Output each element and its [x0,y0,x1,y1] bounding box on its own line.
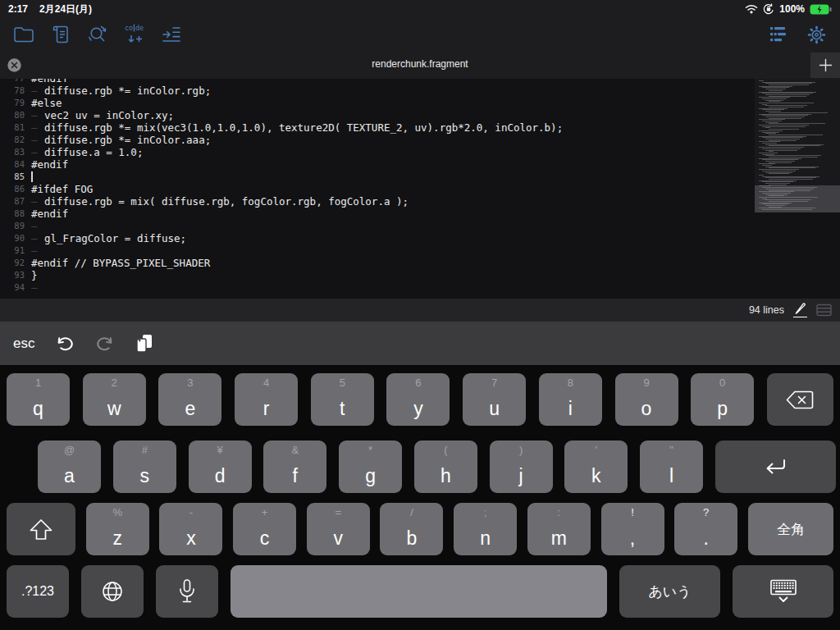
line-number: 87 [0,195,25,208]
tab-marker: ‒ [31,232,44,244]
code-text[interactable]: ‒diffuse.rgb *= inColor.aaa; [31,134,211,146]
code-text[interactable]: ‒ [31,244,44,257]
return-key[interactable] [715,441,836,493]
key-,[interactable]: !, [601,503,664,555]
code-text[interactable]: ‒ [31,281,44,294]
clock: 2:17 [8,3,28,15]
line-number: 92 [0,257,25,269]
key-q[interactable]: 1q [7,373,70,426]
key-n[interactable]: ;n [454,503,517,555]
folder-icon [13,25,34,43]
key-sublabel: 4 [235,377,298,389]
key-c[interactable]: +c [233,503,296,555]
key-.[interactable]: ?. [674,503,737,555]
key-j[interactable]: )j [490,441,553,493]
code-line: 92#endif // BYPASS_PIXEL_SHADER [0,257,840,269]
line-number: 85 [0,171,25,183]
code-text[interactable]: ‒gl_FragColor = diffuse; [31,232,186,244]
edit-mode-button[interactable] [793,303,807,317]
key-sublabel: 6 [386,377,450,389]
key-l[interactable]: "l [640,441,703,493]
redo-button[interactable] [95,336,115,352]
backspace-icon [767,373,833,426]
line-number: 82 [0,134,25,146]
key-e[interactable]: 3e [158,373,221,426]
key-u[interactable]: 7u [463,373,526,426]
tab-marker: ‒ [31,146,44,158]
key-a[interactable]: @a [38,441,101,493]
code-text[interactable]: #ifdef FOG [31,183,93,195]
key-sublabel: 2 [83,377,146,389]
paste-button[interactable] [135,334,153,354]
script-button[interactable] [47,21,75,48]
key-k[interactable]: 'k [564,441,628,493]
tab-marker: ‒ [31,84,44,97]
code-text[interactable]: #else [31,97,62,109]
key-r[interactable]: 4r [235,373,298,426]
key-label: i [539,398,602,420]
esc-key[interactable]: esc [13,336,34,352]
accessory-icons [55,334,153,354]
key-sublabel: & [263,444,326,456]
key-s[interactable]: #s [113,441,176,493]
undo-button[interactable] [55,336,75,352]
code-text[interactable]: } [31,269,38,281]
key-v[interactable]: =v [307,503,370,555]
key-w[interactable]: 2w [83,373,146,426]
minimap-line [762,209,812,210]
key-m[interactable]: :m [527,503,591,555]
toolbar: code [0,18,840,51]
code-complete-button[interactable]: code [121,21,148,48]
tab-title[interactable]: renderchunk.fragment [0,51,840,79]
preview-mode-button[interactable] [816,304,832,317]
key-label: j [490,465,553,487]
code-text[interactable]: #endif [31,208,68,220]
key-i[interactable]: 8i [539,373,602,426]
minimap[interactable] [755,79,840,212]
line-number: 93 [0,269,25,281]
code-text[interactable]: #endif [31,158,68,171]
folder-button[interactable] [10,21,38,48]
key-g[interactable]: *g [339,441,402,493]
code-text[interactable]: ‒vec2 uv = inColor.xy; [31,109,174,121]
zenkaku-key[interactable]: 全角 [748,503,833,555]
key-sublabel: ? [674,506,737,518]
settings-gear-icon [806,25,827,45]
settings-gear-button[interactable] [802,21,830,48]
code-text[interactable]: ‒ [31,220,44,232]
key-b[interactable]: /b [380,503,443,555]
outline-button[interactable] [765,21,793,48]
key-f[interactable]: &f [263,441,326,493]
minimap-line [759,197,818,198]
code-text[interactable]: ‒diffuse.rgb *= mix(vec3(1.0,1.0,1.0), t… [31,121,563,134]
key-y[interactable]: 6y [386,373,450,426]
find-replace-button[interactable] [84,21,112,48]
code-text[interactable]: ‒diffuse.rgb *= inColor.rgb; [31,84,211,97]
globe-key[interactable] [81,565,144,618]
key-o[interactable]: 9o [615,373,678,426]
key-z[interactable]: %z [86,503,149,555]
code-text[interactable]: #endif // BYPASS_PIXEL_SHADER [31,257,210,269]
space-key[interactable] [231,565,607,618]
code-text[interactable]: #endif [31,79,68,84]
indent-button[interactable] [158,21,185,48]
key-p[interactable]: 0p [691,373,754,426]
numbers-key[interactable]: .?123 [7,565,69,618]
key-t[interactable]: 5t [311,373,374,426]
svg-text:de: de [135,24,144,32]
shift-key[interactable] [7,503,75,555]
key-x[interactable]: -x [159,503,222,555]
key-d[interactable]: ¥d [189,441,252,493]
key-label: y [386,398,450,420]
kana-key[interactable]: あいう [619,565,720,618]
keyboard-row: .?123あいう [7,565,833,618]
battery-icon [810,4,832,15]
add-tab-button[interactable] [810,52,840,78]
dictation-key[interactable] [156,565,218,618]
code-text[interactable]: ‒diffuse.a = 1.0; [31,146,143,158]
code-editor[interactable]: 77#endif78‒diffuse.rgb *= inColor.rgb;79… [0,79,840,299]
dismiss-keyboard-key[interactable] [733,565,833,618]
key-h[interactable]: (h [414,441,477,493]
code-text[interactable]: ‒diffuse.rgb = mix( diffuse.rgb, fogColo… [31,195,409,208]
backspace-key[interactable] [767,373,833,426]
